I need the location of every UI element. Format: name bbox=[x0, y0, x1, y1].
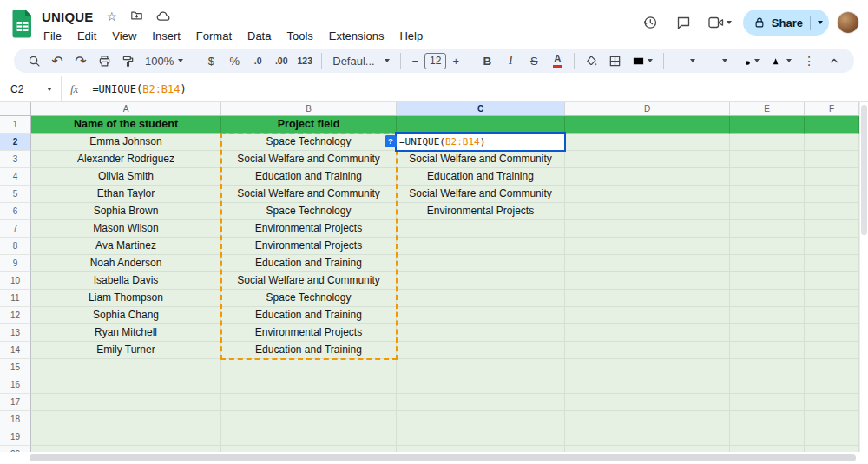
cell-C4[interactable]: Education and Training bbox=[397, 168, 565, 186]
cell-A6[interactable]: Sophia Brown bbox=[31, 203, 221, 220]
cell-E18[interactable] bbox=[730, 411, 805, 428]
number-format-button[interactable]: 123 bbox=[293, 50, 316, 71]
cell-B11[interactable]: Space Technology bbox=[221, 290, 397, 307]
menu-view[interactable]: View bbox=[104, 28, 144, 44]
menu-data[interactable]: Data bbox=[240, 28, 279, 44]
cell-B1[interactable]: Project field bbox=[221, 116, 397, 134]
cell-F4[interactable] bbox=[805, 168, 859, 186]
meet-button[interactable] bbox=[705, 16, 735, 29]
cell-F8[interactable] bbox=[805, 238, 859, 255]
collapse-toolbar-icon[interactable] bbox=[823, 50, 845, 71]
menu-edit[interactable]: Edit bbox=[69, 28, 104, 44]
cell-C17[interactable] bbox=[397, 394, 565, 411]
row-header-2[interactable]: 2 bbox=[0, 134, 31, 151]
cell-A11[interactable]: Liam Thompson bbox=[31, 290, 221, 307]
version-history-icon[interactable] bbox=[637, 10, 663, 36]
cell-E12[interactable] bbox=[730, 307, 805, 324]
row-header-13[interactable]: 13 bbox=[0, 324, 31, 342]
text-wrap-button[interactable] bbox=[733, 50, 765, 71]
row-header-18[interactable]: 18 bbox=[0, 411, 31, 428]
cell-D14[interactable] bbox=[565, 342, 730, 359]
cell-F2[interactable] bbox=[805, 134, 859, 151]
cell-D2[interactable] bbox=[565, 134, 730, 151]
move-folder-icon[interactable] bbox=[130, 10, 143, 23]
column-header-E[interactable]: E bbox=[730, 102, 805, 116]
cell-C12[interactable] bbox=[397, 307, 565, 324]
borders-icon[interactable] bbox=[603, 50, 626, 71]
row-header-11[interactable]: 11 bbox=[0, 290, 31, 307]
row-header-1[interactable]: 1 bbox=[0, 116, 31, 134]
account-avatar[interactable] bbox=[837, 11, 859, 34]
cell-F5[interactable] bbox=[805, 186, 859, 203]
cell-F3[interactable] bbox=[805, 151, 859, 168]
cloud-status-icon[interactable] bbox=[156, 10, 170, 23]
cell-A5[interactable]: Ethan Taylor bbox=[31, 186, 221, 203]
increase-decimal-button[interactable]: .00 bbox=[270, 50, 293, 71]
cell-B15[interactable] bbox=[221, 359, 397, 376]
cell-B4[interactable]: Education and Training bbox=[221, 168, 397, 186]
font-selector[interactable]: Defaul... bbox=[327, 50, 395, 71]
cell-E3[interactable] bbox=[730, 151, 805, 168]
cell-D5[interactable] bbox=[565, 186, 730, 203]
row-header-19[interactable]: 19 bbox=[0, 428, 31, 446]
print-icon[interactable] bbox=[93, 50, 115, 71]
horizontal-align-button[interactable] bbox=[669, 50, 700, 71]
cell-E19[interactable] bbox=[730, 428, 805, 446]
decrease-font-size-button[interactable]: − bbox=[406, 50, 424, 71]
cell-F14[interactable] bbox=[805, 342, 859, 359]
row-header-14[interactable]: 14 bbox=[0, 342, 31, 359]
cell-B5[interactable]: Social Welfare and Community bbox=[221, 186, 397, 203]
cell-C5[interactable]: Social Welfare and Community bbox=[397, 186, 565, 203]
cell-D17[interactable] bbox=[565, 394, 730, 411]
redo-icon[interactable]: ↷ bbox=[69, 50, 92, 71]
cell-A19[interactable] bbox=[31, 428, 221, 446]
cell-E11[interactable] bbox=[730, 290, 805, 307]
cell-D7[interactable] bbox=[565, 220, 730, 238]
cell-B17[interactable] bbox=[221, 394, 397, 411]
active-cell-editor[interactable]: =UNIQUE(B2:B14) bbox=[395, 132, 566, 152]
cell-A7[interactable]: Mason Wilson bbox=[31, 220, 221, 238]
cell-D11[interactable] bbox=[565, 290, 730, 307]
cell-F1[interactable] bbox=[805, 116, 859, 134]
cell-C14[interactable] bbox=[397, 342, 565, 359]
cell-B19[interactable] bbox=[221, 428, 397, 446]
row-header-6[interactable]: 6 bbox=[0, 203, 31, 220]
cell-A4[interactable]: Olivia Smith bbox=[31, 168, 221, 186]
text-color-button[interactable]: A bbox=[546, 50, 569, 71]
italic-button[interactable]: I bbox=[499, 50, 522, 71]
cell-D12[interactable] bbox=[565, 307, 730, 324]
row-header-12[interactable]: 12 bbox=[0, 307, 31, 324]
cell-F19[interactable] bbox=[805, 428, 859, 446]
cell-A12[interactable]: Sophia Chang bbox=[31, 307, 221, 324]
cell-B8[interactable]: Environmental Projects bbox=[221, 238, 397, 255]
cell-F17[interactable] bbox=[805, 394, 859, 411]
row-header-15[interactable]: 15 bbox=[0, 359, 31, 376]
cell-E14[interactable] bbox=[730, 342, 805, 359]
menu-tools[interactable]: Tools bbox=[279, 28, 320, 44]
cell-F15[interactable] bbox=[805, 359, 859, 376]
cell-E1[interactable] bbox=[730, 116, 805, 134]
horizontal-scrollbar-thumb[interactable] bbox=[30, 454, 856, 461]
cell-C11[interactable] bbox=[397, 290, 565, 307]
cell-D9[interactable] bbox=[565, 255, 730, 272]
cell-E2[interactable] bbox=[730, 134, 805, 151]
cell-E8[interactable] bbox=[730, 238, 805, 255]
cell-D3[interactable] bbox=[565, 151, 730, 168]
cell-B2[interactable]: Space Technology bbox=[221, 134, 397, 151]
cell-C13[interactable] bbox=[397, 324, 565, 342]
cell-C18[interactable] bbox=[397, 411, 565, 428]
column-header-A[interactable]: A bbox=[31, 102, 221, 116]
row-header-7[interactable]: 7 bbox=[0, 220, 31, 238]
vertical-align-button[interactable] bbox=[701, 50, 733, 71]
cell-E7[interactable] bbox=[730, 220, 805, 238]
cell-E17[interactable] bbox=[730, 394, 805, 411]
merge-cells-button[interactable] bbox=[627, 50, 658, 71]
horizontal-scrollbar[interactable] bbox=[0, 452, 868, 464]
column-header-D[interactable]: D bbox=[565, 102, 730, 116]
cell-C6[interactable]: Environmental Projects bbox=[397, 203, 565, 220]
search-icon[interactable] bbox=[23, 50, 45, 71]
cell-D10[interactable] bbox=[565, 272, 730, 290]
menu-help[interactable]: Help bbox=[391, 28, 431, 44]
cell-D6[interactable] bbox=[565, 203, 730, 220]
cell-F7[interactable] bbox=[805, 220, 859, 238]
